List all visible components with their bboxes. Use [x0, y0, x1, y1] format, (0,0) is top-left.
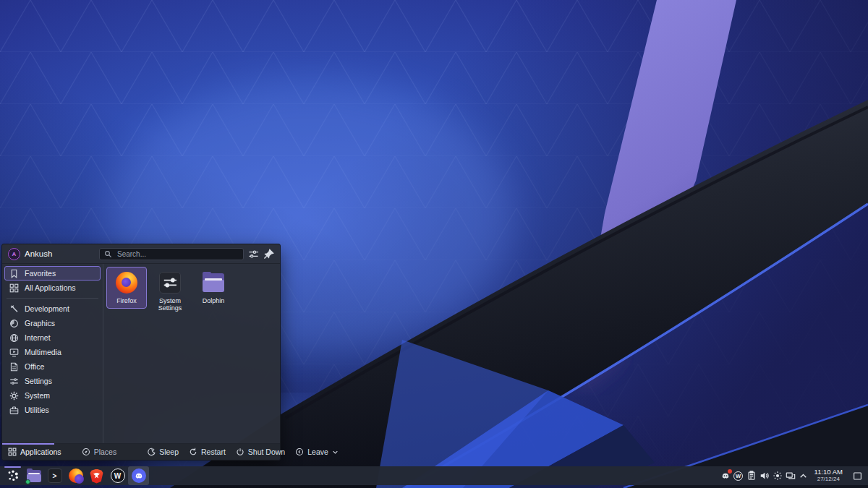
power-icon	[236, 448, 244, 456]
sidebar-item-office[interactable]: Office	[4, 359, 101, 374]
app-tile-dolphin[interactable]: Dolphin	[193, 267, 234, 309]
leave-icon	[295, 448, 304, 456]
category-label: Multimedia	[25, 348, 61, 356]
tab-applications[interactable]: Applications	[8, 448, 61, 456]
volume-icon	[760, 471, 770, 481]
shut-down-button[interactable]: Shut Down	[236, 448, 285, 456]
restart-button[interactable]: Restart	[189, 448, 226, 456]
sidebar-item-label: All Applications	[25, 283, 76, 292]
tray-w-app-button[interactable]: W	[732, 467, 745, 484]
digital-clock[interactable]: 11:10 AM 27/12/24	[814, 468, 843, 482]
sidebar-item-internet[interactable]: Internet	[4, 330, 101, 345]
application-launcher-button[interactable]	[2, 466, 23, 485]
user-avatar[interactable]: A	[8, 248, 20, 260]
sidebar-item-all-applications[interactable]: All Applications	[4, 281, 101, 295]
favorites-grid: Firefox System Setting	[103, 264, 280, 443]
taskbar-panel: > W	[0, 466, 868, 485]
taskbar-dolphin-button[interactable]	[23, 466, 44, 485]
taskbar-firefox-button[interactable]	[65, 466, 86, 485]
category-label: Graphics	[25, 319, 55, 328]
sleep-icon	[147, 448, 156, 456]
configure-icon[interactable]	[248, 249, 259, 260]
show-desktop-button[interactable]	[850, 467, 864, 484]
compass-icon	[82, 448, 90, 456]
firefox-icon	[69, 468, 83, 483]
session-label: Sleep	[159, 448, 179, 456]
sidebar-item-system[interactable]: System	[4, 388, 101, 403]
sidebar-item-utilities[interactable]: Utilities	[4, 403, 101, 417]
user-name: Ankush	[25, 249, 52, 258]
session-label: Shut Down	[248, 448, 285, 456]
hammer-icon	[9, 304, 19, 314]
sliders-icon	[9, 377, 19, 386]
app-label: Firefox	[116, 297, 137, 304]
pin-icon[interactable]	[263, 249, 274, 260]
w-letter: W	[736, 473, 741, 479]
w-letter: W	[114, 472, 121, 480]
session-label: Restart	[201, 448, 226, 456]
launcher-header: A Ankush	[2, 244, 280, 263]
search-box[interactable]	[99, 248, 244, 260]
multimedia-icon	[9, 348, 19, 357]
sidebar-item-settings[interactable]: Settings	[4, 374, 101, 388]
chevron-up-icon	[799, 472, 807, 480]
sidebar-item-graphics[interactable]: Graphics	[4, 316, 101, 330]
search-icon	[104, 250, 112, 258]
brave-icon	[90, 469, 103, 484]
clipboard-icon	[746, 471, 757, 481]
brightness-sun-icon	[773, 471, 783, 481]
sidebar-item-multimedia[interactable]: Multimedia	[4, 345, 101, 359]
tab-label: Places	[94, 448, 117, 456]
taskbar-brave-button[interactable]	[86, 466, 107, 485]
search-input[interactable]	[116, 249, 239, 259]
taskbar-konsole-button[interactable]: >	[44, 466, 65, 485]
category-label: System	[25, 391, 50, 400]
launcher-body: Favorites All Applications	[2, 263, 280, 444]
sidebar-item-favorites[interactable]: Favorites	[4, 266, 101, 281]
sleep-button[interactable]: Sleep	[147, 448, 179, 456]
w-app-icon: W	[111, 468, 125, 483]
grid-icon	[9, 283, 19, 293]
leave-button[interactable]: Leave	[295, 448, 339, 456]
dolphin-icon	[203, 273, 224, 292]
system-tray: W	[719, 467, 866, 484]
sidebar-separator	[7, 298, 98, 299]
app-tile-firefox[interactable]: Firefox	[106, 267, 147, 309]
tab-places[interactable]: Places	[82, 448, 117, 456]
tray-expand-button[interactable]	[797, 467, 810, 484]
konsole-prompt: >	[53, 472, 57, 480]
tray-night-light-button[interactable]	[771, 467, 784, 484]
grid-icon	[8, 448, 17, 456]
show-desktop-icon	[853, 471, 862, 481]
gear-icon	[9, 391, 19, 401]
clock-date: 27/12/24	[814, 476, 843, 483]
category-label: Utilities	[25, 406, 49, 414]
bookmark-icon	[9, 269, 19, 278]
launcher-dots-icon	[6, 468, 20, 483]
tray-discord-button[interactable]	[719, 467, 732, 484]
restart-icon	[189, 448, 197, 456]
chevron-down-icon	[332, 449, 339, 455]
active-tab-indicator	[2, 443, 54, 445]
system-settings-icon	[159, 272, 181, 294]
app-tile-system-settings[interactable]: System Settings	[150, 267, 190, 317]
application-launcher-menu: A Ankush	[1, 244, 281, 461]
globe-icon	[9, 333, 19, 343]
toolbox-icon	[9, 406, 19, 415]
tray-screen-layout-button[interactable]	[784, 467, 797, 484]
session-label: Leave	[307, 448, 328, 456]
discord-icon	[132, 468, 146, 483]
tab-label: Applications	[20, 448, 61, 456]
tray-volume-button[interactable]	[758, 467, 771, 484]
app-label: System Settings	[152, 297, 188, 312]
document-icon	[9, 362, 19, 372]
sidebar-item-development[interactable]: Development	[4, 301, 101, 316]
category-label: Development	[25, 304, 69, 313]
sidebar-item-label: Favorites	[25, 269, 56, 278]
konsole-icon: >	[48, 468, 62, 483]
tray-clipboard-button[interactable]	[745, 467, 758, 484]
launcher-sidebar: Favorites All Applications	[2, 264, 103, 443]
taskbar-discord-button[interactable]	[128, 466, 149, 485]
taskbar-w-app-button[interactable]: W	[107, 466, 128, 485]
desktop: A Ankush	[0, 0, 868, 488]
